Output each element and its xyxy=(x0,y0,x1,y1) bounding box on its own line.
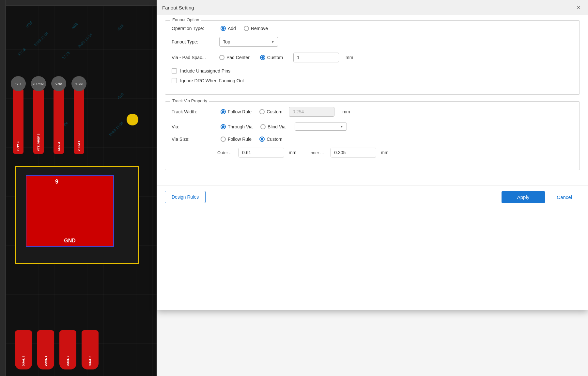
radio-custom-via[interactable]: Custom xyxy=(260,55,283,60)
yellow-dot xyxy=(127,114,138,125)
via-pad-label: Via - Pad Spac... xyxy=(172,55,214,60)
track-via-title: Track Via Property xyxy=(170,98,209,103)
custom-via-input[interactable] xyxy=(293,53,339,62)
close-button[interactable]: × xyxy=(575,4,582,11)
blind-via-arrow-icon: ▼ xyxy=(340,125,343,128)
track-unit: mm xyxy=(342,109,350,114)
radio-via-follow-rule[interactable]: Follow Rule xyxy=(221,137,252,142)
dialog-title: Fanout Setting xyxy=(162,5,194,10)
radio-remove-label: Remove xyxy=(251,26,268,31)
ignore-drc-checkbox[interactable] xyxy=(172,78,177,83)
outer-group: Outer ... mm xyxy=(217,148,296,157)
dialog-body: Fanout Option Operation Type: Add xyxy=(157,15,588,182)
radio-blind-outer xyxy=(260,124,266,129)
blind-via-dropdown[interactable]: ▼ xyxy=(295,123,347,131)
bottom-pin-5: DUAL 5 xyxy=(15,330,32,369)
radio-custom-via-label: Custom xyxy=(267,55,283,60)
operation-type-label: Operation Type: xyxy=(172,26,214,31)
radio-pad-center-outer xyxy=(219,55,224,60)
design-rules-button[interactable]: Design Rules xyxy=(165,191,206,203)
radio-remove-outer xyxy=(244,26,249,31)
radio-via-custom[interactable]: Custom xyxy=(259,137,282,142)
via-pad-row: Via - Pad Spac... Pad Center Custom mm xyxy=(172,53,573,62)
dialog-overlay: Fanout Setting × Fanout Option Operation… xyxy=(157,0,588,376)
ic-package: 9 GND xyxy=(15,166,139,264)
radio-pad-center-label: Pad Center xyxy=(226,55,250,60)
radio-track-custom[interactable]: Custom xyxy=(259,109,282,114)
radio-custom-via-outer xyxy=(260,55,265,60)
operation-type-row: Operation Type: Add Remove xyxy=(172,26,573,31)
footer-btn-group: Apply Cancel xyxy=(502,191,580,203)
fanout-type-row: Fanout Type: Top ▼ xyxy=(172,37,573,47)
pin-vtt: +VTT +VTT 4 xyxy=(11,76,26,154)
pin-body-text-vsm: V_SM 1 xyxy=(77,141,81,151)
pin-body-vtt: +VTT 4 xyxy=(13,89,23,154)
radio-track-custom-label: Custom xyxy=(267,109,282,114)
operation-type-radio-group: Add Remove xyxy=(221,26,268,31)
apply-button[interactable]: Apply xyxy=(502,191,545,203)
inner-group: Inner ... mm xyxy=(309,148,388,157)
radio-add-inner xyxy=(222,27,224,30)
radio-through-label: Through Via xyxy=(228,124,253,129)
pcb-content: r618 2023-11-04 17:33 r618 2023-11-04 17… xyxy=(6,6,157,376)
via-label: Via: xyxy=(172,124,214,129)
track-width-radio-group: Follow Rule Custom xyxy=(221,109,282,114)
radio-add-outer xyxy=(221,26,226,31)
bottom-pin-8: DUAL 8 xyxy=(82,330,99,369)
pin-body-vsm: V_SM 1 xyxy=(74,89,84,154)
radio-track-custom-outer xyxy=(259,109,265,114)
bottom-pin-7: DUAL 7 xyxy=(59,330,76,369)
bottom-pin-text-7: DUAL 7 xyxy=(66,356,70,366)
pin-circle-gnd: GND xyxy=(51,76,66,91)
inner-input[interactable] xyxy=(331,148,376,157)
fanout-type-dropdown[interactable]: Top ▼ xyxy=(219,37,278,47)
include-unassigned-label: Include Unassigned Pins xyxy=(180,68,230,74)
ruler-left xyxy=(0,0,6,376)
radio-add-label: Add xyxy=(228,26,236,31)
pin-circle-vtt: +VTT xyxy=(11,76,26,91)
pin-body-text-vttvref: VTT_VREF 3 xyxy=(37,134,40,151)
radio-through-outer xyxy=(221,124,226,129)
radio-via-follow-label: Follow Rule xyxy=(228,137,252,142)
pin-body-vttvref: VTT_VREF 3 xyxy=(33,89,44,154)
radio-blind-via[interactable]: Blind Via xyxy=(260,124,286,129)
outer-unit: mm xyxy=(289,150,296,155)
ic-inner-border xyxy=(26,175,114,247)
pin-vsm: V_SM V_SM 1 xyxy=(71,76,86,154)
via-size-row: Via Size: Follow Rule Custom xyxy=(172,137,573,142)
track-custom-input[interactable] xyxy=(289,107,334,117)
fanout-type-label: Fanout Type: xyxy=(172,39,214,44)
include-unassigned-checkbox[interactable] xyxy=(172,68,177,74)
dialog-title-bar: Fanout Setting × xyxy=(157,0,588,15)
radio-track-follow-outer xyxy=(221,109,226,114)
ruler-top xyxy=(0,0,157,6)
pin-vtt-vref: VTT_VREF VTT_VREF 3 xyxy=(31,76,46,154)
bottom-pin-text-8: DUAL 8 xyxy=(88,356,92,366)
pin-gnd-top: GND GND 2 xyxy=(51,76,66,154)
radio-add[interactable]: Add xyxy=(221,26,236,31)
cancel-button[interactable]: Cancel xyxy=(549,191,580,203)
via-radio-group: Through Via Blind Via xyxy=(221,124,286,129)
ignore-drc-label: Ignore DRC When Fanning Out xyxy=(180,78,244,83)
radio-custom-via-inner xyxy=(261,56,264,59)
fanout-option-title: Fanout Option xyxy=(170,17,201,22)
pin-body-text-gnd: GND 2 xyxy=(57,142,60,151)
pin-body-text-vtt: +VTT 4 xyxy=(17,141,20,151)
radio-via-custom-outer xyxy=(259,137,265,142)
ignore-drc-row: Ignore DRC When Fanning Out xyxy=(172,78,573,83)
radio-through-via[interactable]: Through Via xyxy=(221,124,253,129)
pin-circle-vsm: V_SM xyxy=(71,76,86,91)
radio-via-custom-label: Custom xyxy=(267,137,282,142)
inner-label: Inner ... xyxy=(309,150,327,155)
outer-input[interactable] xyxy=(239,148,284,157)
via-size-label: Via Size: xyxy=(172,137,214,142)
pin-body-gnd: GND 2 xyxy=(54,89,64,154)
track-width-row: Track Width: Follow Rule Custom xyxy=(172,107,573,117)
radio-pad-center[interactable]: Pad Center xyxy=(219,55,250,60)
fanout-option-section: Fanout Option Operation Type: Add xyxy=(165,20,580,95)
radio-track-follow-rule[interactable]: Follow Rule xyxy=(221,109,252,114)
radio-remove[interactable]: Remove xyxy=(244,26,268,31)
radio-through-inner xyxy=(222,125,224,128)
radio-track-follow-label: Follow Rule xyxy=(228,109,252,114)
include-unassigned-row: Include Unassigned Pins xyxy=(172,68,573,74)
